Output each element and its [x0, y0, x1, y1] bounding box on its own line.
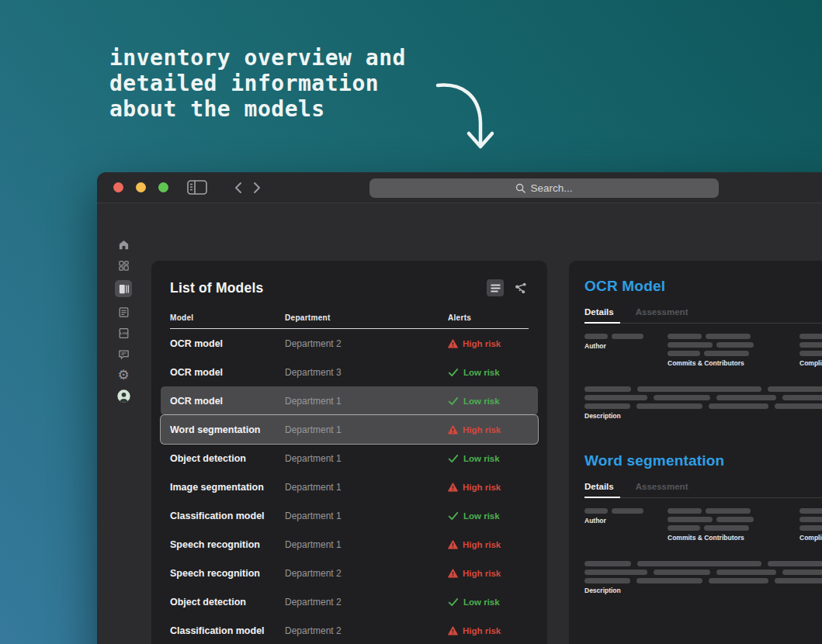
tab-assessment[interactable]: Assessment	[636, 307, 688, 317]
skeleton-bar	[768, 561, 822, 566]
dashboard-icon[interactable]	[115, 259, 132, 272]
skeleton-bar	[668, 508, 702, 514]
forward-button[interactable]	[253, 182, 262, 194]
alert-label: High risk	[463, 626, 501, 635]
app-window: Search... LOG ⚙	[97, 172, 822, 644]
table-row[interactable]: Classification model Department 1 Low ri…	[161, 501, 538, 530]
alert-cell: Low risk	[448, 454, 529, 463]
alert-label: Low risk	[463, 511, 500, 521]
close-window-button[interactable]	[113, 182, 123, 192]
department: Department 3	[285, 367, 448, 378]
skeleton-bar	[716, 570, 776, 575]
user-avatar[interactable]	[115, 390, 132, 402]
list-of-models-panel: List of Models Model Department Alerts	[151, 261, 547, 644]
log-icon[interactable]: LOG	[115, 327, 132, 339]
search-input[interactable]: Search...	[369, 178, 719, 198]
table-row[interactable]: OCR model Department 2 High risk	[161, 329, 538, 358]
table-row[interactable]: Word segmentation Department 1 High risk	[161, 415, 538, 444]
skeleton-bar	[654, 395, 710, 400]
annotation-text: inventory overview and detailed informat…	[109, 45, 406, 122]
detail-tabs: Details Assessment	[584, 307, 822, 317]
skeleton-bar	[636, 578, 702, 583]
table-row[interactable]: Image segmentation Department 1 High ris…	[161, 473, 538, 501]
model-detail-title: Word segmentation	[584, 452, 822, 469]
skeleton-bar	[668, 334, 702, 339]
active-tab-underline	[584, 322, 620, 324]
table-row[interactable]: Classification model Department 2 High r…	[161, 616, 538, 644]
department: Department 1	[285, 511, 448, 521]
skeleton-bar	[668, 525, 700, 531]
settings-gear-icon[interactable]: ⚙	[115, 369, 132, 381]
skeleton-bar	[799, 508, 822, 514]
skeleton-bar	[709, 578, 768, 583]
department: Department 1	[285, 539, 448, 550]
tab-details[interactable]: Details	[584, 307, 614, 317]
commits-label: Commits & Contributors	[668, 359, 754, 367]
table-row[interactable]: OCR model Department 1 Low risk	[161, 386, 538, 415]
toggle-sidebar-icon[interactable]	[187, 180, 207, 195]
graph-view-icon[interactable]	[512, 279, 529, 296]
author-field: Author	[584, 508, 643, 525]
minimize-window-button[interactable]	[136, 182, 146, 192]
skeleton-bar	[584, 508, 608, 514]
alert-cell: Low risk	[448, 368, 529, 377]
svg-text:LOG: LOG	[120, 331, 127, 335]
document-icon[interactable]	[115, 306, 132, 318]
skeleton-bar	[799, 517, 822, 522]
compliance-label: Compliance	[799, 534, 822, 542]
list-view-icon[interactable]	[487, 279, 504, 296]
description-label: Description	[584, 412, 822, 420]
department: Department 2	[285, 625, 448, 636]
curved-arrow	[432, 74, 497, 161]
tab-details[interactable]: Details	[584, 482, 614, 491]
alert-label: High risk	[463, 569, 501, 578]
compliance-label: Compliance	[799, 359, 822, 367]
table-row[interactable]: Object detection Department 2 Low risk	[161, 587, 538, 616]
alert-cell: High risk	[448, 540, 529, 549]
skeleton-bar	[637, 561, 761, 566]
skeleton-bar	[775, 578, 822, 583]
alert-cell: Low risk	[448, 396, 529, 406]
warning-icon	[448, 626, 458, 635]
zoom-window-button[interactable]	[158, 182, 168, 192]
skeleton-bar	[612, 334, 643, 339]
skeleton-bar	[775, 403, 822, 409]
skeleton-bar	[584, 334, 608, 339]
search-placeholder: Search...	[530, 182, 572, 194]
department: Department 1	[285, 424, 448, 435]
alert-label: Low risk	[463, 368, 500, 377]
description-label: Description	[584, 587, 822, 594]
table-row[interactable]: Speech recognition Department 1 High ris…	[161, 530, 538, 559]
skeleton-bar	[668, 351, 700, 356]
skeleton-bar	[636, 403, 702, 409]
model-detail-title: OCR Model	[584, 278, 822, 295]
table-row[interactable]: OCR model Department 3 Low risk	[161, 358, 538, 386]
skeleton-bar	[706, 508, 751, 514]
sidebar-rail: LOG ⚙	[97, 204, 150, 644]
column-model: Model	[170, 313, 285, 322]
alert-cell: Low risk	[448, 511, 529, 521]
model-name: Object detection	[170, 597, 285, 608]
alert-cell: High risk	[448, 339, 529, 348]
skeleton-bar	[716, 517, 754, 522]
alert-label: Low risk	[463, 454, 500, 463]
back-button[interactable]	[234, 182, 242, 194]
detail-tabs: Details Assessment	[584, 482, 822, 491]
check-icon	[448, 396, 459, 406]
skeleton-bar	[668, 342, 713, 348]
column-department: Department	[285, 313, 448, 322]
inventory-icon[interactable]	[115, 280, 132, 297]
home-icon[interactable]	[115, 238, 132, 251]
table-row[interactable]: Object detection Department 1 Low risk	[161, 444, 538, 473]
check-icon	[448, 511, 459, 521]
warning-icon	[448, 425, 458, 435]
author-field: Author	[584, 334, 643, 350]
tab-assessment[interactable]: Assessment	[636, 482, 688, 491]
table-row[interactable]: Speech recognition Department 2 High ris…	[161, 559, 538, 587]
alert-cell: High risk	[448, 483, 529, 492]
model-name: Word segmentation	[170, 424, 285, 435]
skeleton-bar	[782, 570, 822, 575]
warning-icon	[448, 569, 458, 578]
department: Department 1	[285, 396, 448, 407]
chat-icon[interactable]	[115, 348, 132, 360]
